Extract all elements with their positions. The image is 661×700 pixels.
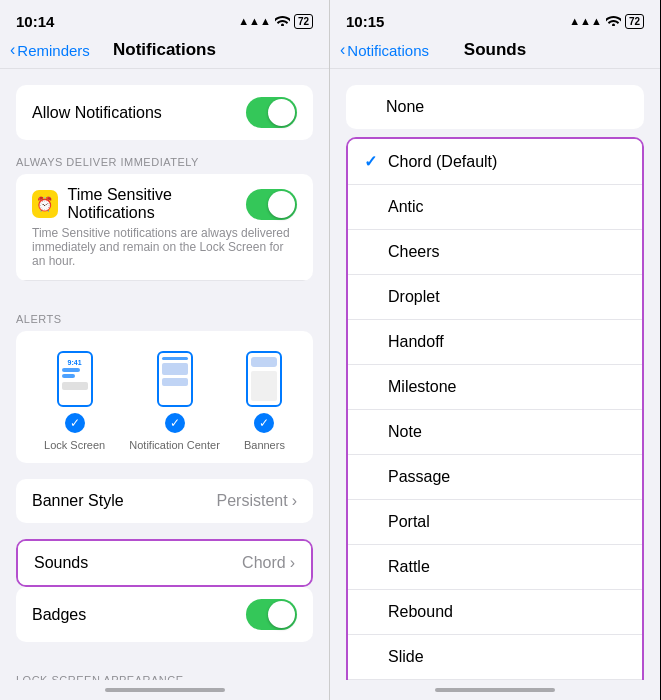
time-sensitive-desc: Time Sensitive notifications are always … <box>32 226 297 268</box>
alert-label-banners: Banners <box>244 439 285 451</box>
badges-label: Badges <box>32 606 86 624</box>
sound-name-antic: Antic <box>388 198 626 216</box>
alerts-card: 9:41 ✓ Lock Screen <box>16 331 313 463</box>
wifi-icon <box>275 14 290 28</box>
sound-item-portal[interactable]: Portal <box>348 500 642 545</box>
sound-name-handoff: Handoff <box>388 333 626 351</box>
phone-bar <box>162 357 188 360</box>
lockscreen-appearance-header: LOCK SCREEN APPEARANCE <box>0 658 329 680</box>
sound-item-cheers[interactable]: Cheers <box>348 230 642 275</box>
toggle-knob-ts <box>268 191 295 218</box>
alert-item-banners[interactable]: ✓ Banners <box>244 351 285 451</box>
sound-item-passage[interactable]: Passage <box>348 455 642 500</box>
back-button-left[interactable]: ‹ Reminders <box>10 41 90 59</box>
banner-style-chevron: › <box>292 492 297 510</box>
alert-label-notifcenter: Notification Center <box>129 439 220 451</box>
left-content: Allow Notifications ALWAYS DELIVER IMMED… <box>0 69 329 680</box>
phone-bar <box>62 368 80 372</box>
time-sensitive-row[interactable]: ⏰ Time Sensitive Notifications Time Sens… <box>16 174 313 281</box>
banner-block <box>251 357 277 367</box>
alert-item-lockscreen[interactable]: 9:41 ✓ Lock Screen <box>44 351 105 451</box>
status-icons-left: ▲▲▲ 72 <box>238 14 313 29</box>
page-title-left: Notifications <box>113 40 216 60</box>
nav-bar-left: ‹ Reminders Notifications <box>0 36 329 69</box>
sounds-highlighted-group: Sounds Chord › <box>16 539 313 587</box>
banners-content <box>248 353 280 405</box>
sound-name-portal: Portal <box>388 513 626 531</box>
banner-style-right: Persistent › <box>217 492 297 510</box>
time-sensitive-toggle[interactable] <box>246 189 297 220</box>
signal-icon-right: ▲▲▲ <box>569 15 602 27</box>
banners-phone <box>246 351 282 407</box>
toggle-knob-badges <box>268 601 295 628</box>
sound-item-rebound[interactable]: Rebound <box>348 590 642 635</box>
checkmark-lockscreen: ✓ <box>65 413 85 433</box>
status-icons-right: ▲▲▲ 72 <box>569 14 644 29</box>
sounds-row[interactable]: Sounds Chord › <box>18 541 311 585</box>
time-sensitive-label: Time Sensitive Notifications <box>68 186 246 222</box>
allow-notifications-toggle[interactable] <box>246 97 297 128</box>
time-sensitive-icon: ⏰ <box>32 190 58 218</box>
sounds-label: Sounds <box>34 554 88 572</box>
sound-item-chord[interactable]: ✓ Chord (Default) <box>348 139 642 185</box>
notification-block <box>162 363 188 375</box>
notification-block <box>162 378 188 386</box>
allow-notifications-row[interactable]: Allow Notifications <box>16 85 313 140</box>
notifcenter-phone <box>157 351 193 407</box>
sound-item-none[interactable]: None <box>346 85 644 129</box>
sounds-list: None ✓ Chord (Default) Antic Cheers Drop… <box>330 69 660 680</box>
home-indicator-right <box>330 680 660 700</box>
battery-icon-right: 72 <box>625 14 644 29</box>
wifi-icon-right <box>606 14 621 28</box>
sound-name-rattle: Rattle <box>388 558 626 576</box>
checkmark-banners: ✓ <box>254 413 274 433</box>
sound-name-rebound: Rebound <box>388 603 626 621</box>
banner-style-row[interactable]: Banner Style Persistent › <box>16 479 313 523</box>
time-left: 10:14 <box>16 13 54 30</box>
checkmark-notifcenter: ✓ <box>165 413 185 433</box>
toggle-knob <box>268 99 295 126</box>
banner-style-value: Persistent <box>217 492 288 510</box>
time-right: 10:15 <box>346 13 384 30</box>
sound-item-handoff[interactable]: Handoff <box>348 320 642 365</box>
nav-bar-right: ‹ Notifications Sounds <box>330 36 660 69</box>
time-sensitive-card: ⏰ Time Sensitive Notifications Time Sens… <box>16 174 313 281</box>
sounds-value: Chord <box>242 554 286 572</box>
back-button-right[interactable]: ‹ Notifications <box>340 41 429 59</box>
back-label-left[interactable]: Reminders <box>17 42 90 59</box>
sound-item-slide[interactable]: Slide <box>348 635 642 680</box>
allow-notifications-card: Allow Notifications <box>16 85 313 140</box>
always-deliver-header: ALWAYS DELIVER IMMEDIATELY <box>0 140 329 174</box>
sound-name-milestone: Milestone <box>388 378 626 396</box>
notifcenter-content <box>159 353 191 405</box>
lockscreen-phone: 9:41 <box>57 351 93 407</box>
badges-toggle[interactable] <box>246 599 297 630</box>
status-bar-left: 10:14 ▲▲▲ 72 <box>0 0 329 36</box>
home-bar-left <box>105 688 225 692</box>
back-chevron-left: ‹ <box>10 41 15 59</box>
right-screen: 10:15 ▲▲▲ 72 ‹ Notifications Sounds None <box>330 0 660 700</box>
allow-notifications-group: Allow Notifications <box>16 85 313 140</box>
sound-name-droplet: Droplet <box>388 288 626 306</box>
badges-row[interactable]: Badges <box>16 587 313 642</box>
sound-check-chord: ✓ <box>364 152 388 171</box>
sound-item-rattle[interactable]: Rattle <box>348 545 642 590</box>
time-sensitive-top: ⏰ Time Sensitive Notifications <box>32 186 297 222</box>
sound-item-note[interactable]: Note <box>348 410 642 455</box>
battery-icon: 72 <box>294 14 313 29</box>
alerts-items: 9:41 ✓ Lock Screen <box>32 351 297 451</box>
page-title-right: Sounds <box>464 40 526 60</box>
badges-card: Badges <box>16 587 313 642</box>
sound-name-note: Note <box>388 423 626 441</box>
sound-name-passage: Passage <box>388 468 626 486</box>
banner-style-label: Banner Style <box>32 492 124 510</box>
sound-item-droplet[interactable]: Droplet <box>348 275 642 320</box>
sound-item-milestone[interactable]: Milestone <box>348 365 642 410</box>
phone-bar <box>62 374 75 378</box>
alert-item-notifcenter[interactable]: ✓ Notification Center <box>129 351 220 451</box>
alerts-header: ALERTS <box>0 297 329 331</box>
back-label-right[interactable]: Notifications <box>347 42 429 59</box>
screen-body <box>251 371 277 401</box>
sound-item-antic[interactable]: Antic <box>348 185 642 230</box>
alert-label-lockscreen: Lock Screen <box>44 439 105 451</box>
